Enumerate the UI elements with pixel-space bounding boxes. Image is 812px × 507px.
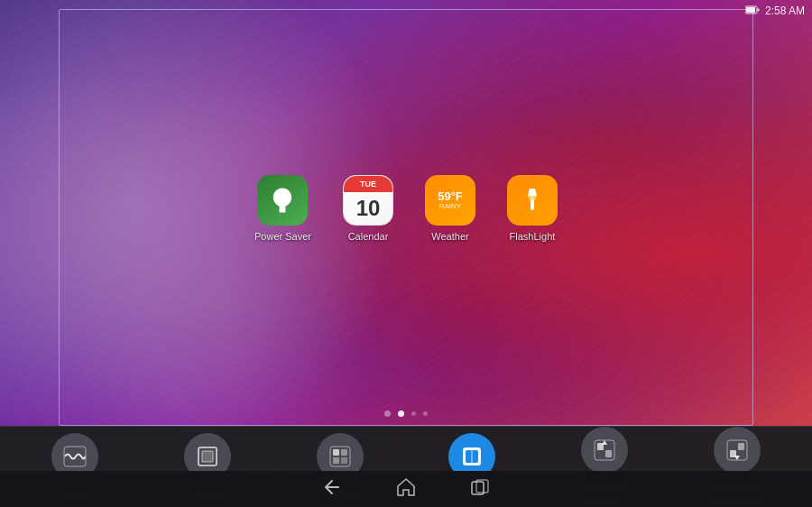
power-saver-label: Power Saver: [254, 231, 311, 242]
power-saver-icon-bg: [257, 175, 308, 226]
app-power-saver[interactable]: Power Saver: [254, 175, 311, 242]
svg-rect-7: [202, 451, 213, 462]
nav-bar: [0, 471, 812, 507]
svg-marker-19: [602, 440, 607, 445]
svg-rect-12: [341, 457, 347, 464]
calendar-icon-bg: TUE 10: [343, 175, 393, 226]
page-dot-2[interactable]: [411, 411, 416, 416]
app-flashlight[interactable]: FlashLight: [507, 175, 558, 242]
home-button[interactable]: [396, 477, 416, 502]
page-dot-3[interactable]: [423, 411, 428, 416]
weather-icon-bg: 59°F RAINY: [425, 175, 475, 226]
weather-condition: RAINY: [439, 202, 461, 210]
weather-temp: 59°F: [438, 190, 463, 202]
svg-rect-1: [746, 7, 755, 13]
svg-rect-9: [333, 449, 339, 456]
windmill-down-btn[interactable]: [714, 427, 761, 474]
svg-marker-23: [734, 456, 740, 460]
flashlight-icon-bg: [507, 175, 558, 226]
weather-label: Weather: [431, 231, 468, 242]
app-icons-row: Power Saver TUE 10 Calendar 59°F RAINY W…: [254, 175, 558, 242]
calendar-day-label: TUE: [344, 176, 392, 192]
page-dot-0[interactable]: [384, 410, 391, 417]
weather-inner: 59°F RAINY: [425, 175, 475, 226]
calendar-day-number: 10: [356, 192, 381, 225]
svg-rect-18: [605, 450, 612, 457]
svg-rect-11: [333, 457, 339, 464]
svg-rect-22: [738, 443, 744, 450]
battery-icon: [745, 5, 760, 16]
svg-rect-10: [341, 449, 347, 456]
windmill-up-btn[interactable]: [581, 427, 628, 474]
app-calendar[interactable]: TUE 10 Calendar: [343, 175, 393, 242]
calendar-inner: TUE 10: [344, 176, 392, 225]
calendar-label: Calendar: [348, 231, 389, 242]
app-weather[interactable]: 59°F RAINY Weather: [425, 175, 475, 242]
recent-button[interactable]: [470, 477, 490, 502]
flashlight-label: FlashLight: [510, 231, 556, 242]
svg-rect-2: [757, 9, 759, 12]
page-dots: [384, 410, 428, 417]
page-dot-1[interactable]: [398, 410, 404, 417]
status-bar: 2:58 AM: [745, 0, 812, 22]
desktop-area: Power Saver TUE 10 Calendar 59°F RAINY W…: [59, 9, 753, 426]
back-button[interactable]: [322, 477, 342, 502]
status-time: 2:58 AM: [765, 5, 805, 17]
svg-marker-4: [528, 196, 537, 200]
